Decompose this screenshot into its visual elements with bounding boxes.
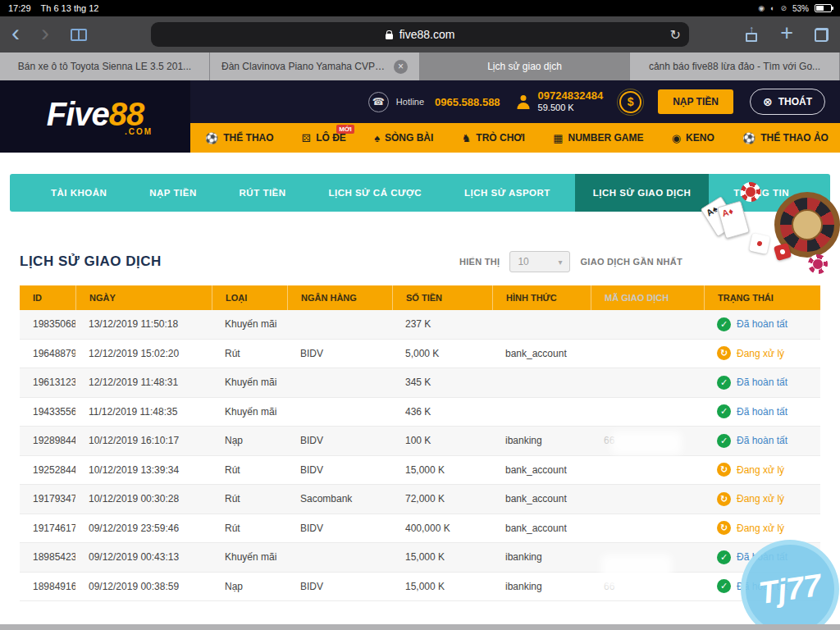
- status-label: Đang xử lý: [737, 523, 784, 534]
- status-badge: ✓ Đã hoàn tất: [704, 376, 820, 390]
- main-nav-item[interactable]: ♞ TRÒ CHƠI: [462, 132, 525, 144]
- five88-logo[interactable]: Five88 .COM: [0, 80, 190, 153]
- logout-icon: ⊗: [763, 95, 773, 108]
- cell-date: 10/12/2019 00:30:28: [75, 493, 212, 504]
- forward-button[interactable]: ›: [41, 21, 49, 45]
- status-bar: 17:29 Th 6 13 thg 12 ◉ ◐ ⊘ 53%: [0, 0, 840, 16]
- bookmarks-icon[interactable]: [71, 29, 87, 41]
- back-button[interactable]: ‹: [11, 21, 20, 45]
- status-label: Đã hoàn tất: [737, 377, 788, 388]
- status-label: Đã hoàn tất: [737, 406, 788, 418]
- cell-method: ibanking: [492, 551, 591, 563]
- main-nav-item[interactable]: ♠ SÒNG BÀI: [374, 132, 433, 144]
- main-nav-item[interactable]: ⚽ THỂ THAO ẢO: [742, 132, 829, 144]
- account-block[interactable]: 09724832484 59.500 K: [517, 89, 604, 114]
- cell-id: 19613123: [20, 377, 75, 388]
- deposit-button[interactable]: NẠP TIỀN: [658, 89, 733, 114]
- nav-item-icon: ♞: [462, 132, 472, 144]
- cell-bank: Sacombank: [287, 493, 392, 504]
- col-id: ID: [20, 285, 75, 310]
- tab-overview-button[interactable]: [815, 28, 829, 42]
- sub-nav-item[interactable]: LỊCH SỬ CÁ CƯỢC: [310, 174, 440, 212]
- cell-method: bank_account: [492, 464, 591, 476]
- watermark-text: Tj77: [756, 567, 823, 610]
- sub-nav-item[interactable]: THÔNG TIN: [715, 174, 807, 212]
- nav-item-label: THỂ THAO: [223, 132, 273, 144]
- logo-text: Five: [47, 96, 109, 132]
- table-row: 18984916 09/12/2019 00:38:59 Nạp BIDV 15…: [20, 573, 820, 602]
- cell-bank: BIDV: [287, 464, 392, 476]
- blur-patch: [611, 431, 682, 454]
- main-nav-item[interactable]: ◉ KENO: [672, 132, 714, 144]
- bottom-strip: [0, 624, 840, 630]
- reload-button[interactable]: ↻: [670, 27, 681, 43]
- sub-nav-item[interactable]: RÚT TIỀN: [221, 174, 304, 212]
- cell-amount: 100 K: [392, 435, 492, 446]
- cell-amount: 237 K: [392, 318, 492, 330]
- status-icon: ↻: [717, 492, 731, 506]
- nav-item-icon: ◉: [672, 132, 681, 144]
- user-icon: [517, 95, 531, 109]
- nav-item-icon: ⚄: [302, 132, 311, 144]
- url-text: five88.com: [399, 28, 455, 41]
- page-size-select[interactable]: 10 ▾: [509, 251, 570, 272]
- sub-nav-label: LỊCH SỬ ASPORT: [464, 188, 550, 198]
- main-nav-item[interactable]: ⚄ LÔ ĐỀ MỚI: [302, 132, 346, 144]
- table-row: 19252844 10/12/2019 13:39:34 Rút BIDV 15…: [20, 456, 820, 486]
- account-sub-nav: TÀI KHOẢN NẠP TIỀN RÚT TIỀN LỊCH SỬ CÁ C…: [10, 174, 830, 212]
- status-icon: ✓: [717, 579, 731, 593]
- table-row: 19648879 12/12/2019 15:02:20 Rút BIDV 5,…: [20, 340, 820, 369]
- hotline-number: 0965.588.588: [435, 96, 500, 108]
- status-icon: ✓: [717, 376, 731, 390]
- table-row: 18985423 09/12/2019 00:43:13 Khuyến mãi …: [20, 543, 820, 573]
- clock: 17:29: [8, 3, 31, 13]
- hotline-label: Hotline: [396, 97, 424, 107]
- browser-toolbar: ‹ › five88.com ↻ ↑ +: [0, 16, 840, 52]
- wifi-icon: ◉: [758, 4, 765, 12]
- nav-item-label: SÒNG BÀI: [385, 132, 433, 144]
- cell-id: 19433556: [20, 406, 75, 418]
- cell-type: Khuyến mãi: [212, 318, 287, 330]
- cell-method: bank_account: [492, 493, 591, 504]
- logout-button[interactable]: ⊗ THOÁT: [750, 89, 825, 115]
- main-nav-item[interactable]: ▦ NUMBER GAME: [553, 132, 643, 144]
- browser-tab[interactable]: Bán xe ô tô Toyota Sienna LE 3.5 201...: [0, 52, 210, 80]
- status-icon: ↻: [717, 521, 731, 535]
- cell-amount: 15,000 K: [392, 464, 492, 476]
- page-size-value: 10: [518, 256, 528, 267]
- chevron-down-icon: ▾: [558, 258, 562, 267]
- browser-tab[interactable]: Đàn Clavinova Piano Yamaha CVP-50... ×: [210, 52, 420, 80]
- sub-nav-item[interactable]: LỊCH SỬ GIAO DỊCH: [575, 174, 710, 212]
- sub-nav-item[interactable]: LỊCH SỬ ASPORT: [446, 174, 568, 212]
- cell-id: 19174617: [20, 523, 75, 534]
- status-icon: ✓: [717, 317, 731, 331]
- cell-bank: BIDV: [287, 581, 392, 592]
- tj77-watermark: Tj77: [741, 540, 839, 630]
- alarm-icon: ◐: [770, 4, 774, 12]
- share-button[interactable]: ↑: [744, 26, 759, 43]
- address-bar[interactable]: five88.com ↻: [151, 22, 689, 47]
- tab-strip: Bán xe ô tô Toyota Sienna LE 3.5 201... …: [0, 52, 840, 80]
- main-content: LỊCH SỬ GIAO DỊCH HIỂN THỊ 10 ▾ GIAO DỊC…: [0, 212, 840, 601]
- nav-item-label: NUMBER GAME: [568, 132, 643, 144]
- logo-com-text: .COM: [125, 127, 153, 136]
- cell-method: bank_account: [492, 348, 591, 359]
- close-tab-icon[interactable]: ×: [394, 60, 408, 74]
- nav-item-label: TRÒ CHƠI: [476, 132, 525, 144]
- battery-icon: [815, 4, 832, 12]
- sub-nav-label: NẠP TIỀN: [149, 188, 196, 198]
- browser-tab[interactable]: Lịch sử giao dịch: [420, 52, 630, 80]
- cell-date: 10/12/2019 16:10:17: [75, 435, 212, 446]
- sub-nav-item[interactable]: TÀI KHOẢN: [33, 174, 125, 212]
- cell-method: bank_account: [492, 523, 591, 534]
- table-row: 19835068 13/12/2019 11:50:18 Khuyến mãi …: [20, 310, 820, 340]
- cell-type: Nạp: [212, 581, 287, 592]
- cell-bank: BIDV: [287, 435, 392, 446]
- cell-amount: 72,000 K: [392, 493, 492, 504]
- browser-tab[interactable]: cảnh báo five88 lừa đảo - Tìm với Go...: [630, 52, 840, 80]
- new-tab-button[interactable]: +: [780, 22, 793, 44]
- main-nav-item[interactable]: ⚽ THỂ THAO: [205, 132, 274, 144]
- cell-type: Khuyến mãi: [212, 377, 287, 388]
- page-title: LỊCH SỬ GIAO DỊCH: [20, 253, 162, 270]
- sub-nav-item[interactable]: NẠP TIỀN: [131, 174, 214, 212]
